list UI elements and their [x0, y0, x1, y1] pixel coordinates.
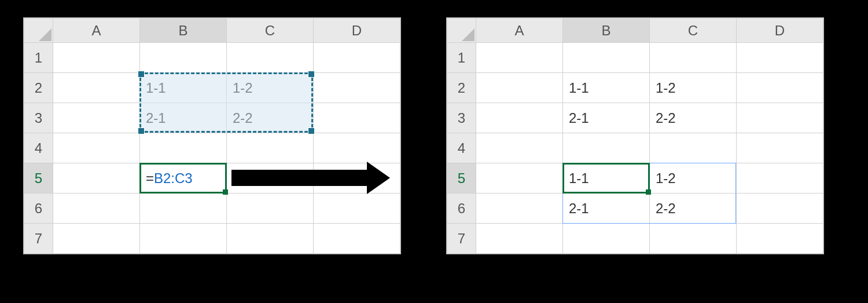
cell-C7[interactable] [227, 224, 314, 254]
cell-D3[interactable] [737, 103, 823, 133]
col-header-C[interactable]: C [227, 19, 314, 43]
arrow-icon [231, 170, 370, 186]
cell-A3[interactable] [53, 103, 140, 133]
grid-right[interactable]: A B C D 1 2 1-1 1-2 3 2 [447, 18, 823, 254]
col-header-C[interactable]: C [650, 19, 737, 43]
cell-B5[interactable] [140, 163, 227, 194]
cell-C4[interactable] [227, 133, 314, 163]
cell-C1[interactable] [650, 43, 737, 73]
cell-A6[interactable] [476, 194, 563, 224]
row-header-6[interactable]: 6 [24, 194, 53, 224]
cell-A5[interactable] [476, 163, 563, 194]
row-header-4[interactable]: 4 [447, 133, 476, 163]
cell-C3[interactable]: 2-2 [227, 103, 314, 133]
cell-B1[interactable] [563, 43, 650, 73]
row-header-2[interactable]: 2 [24, 73, 53, 103]
select-all-corner[interactable] [447, 19, 476, 43]
cell-B3[interactable]: 2-1 [563, 103, 650, 133]
cell-B2[interactable]: 1-1 [140, 73, 227, 103]
spreadsheet-right: A B C D 1 2 1-1 1-2 3 2 [446, 17, 824, 254]
row-header-2[interactable]: 2 [447, 73, 476, 103]
row-header-7[interactable]: 7 [447, 224, 476, 254]
cell-D7[interactable] [737, 224, 823, 254]
cell-A5[interactable] [53, 163, 140, 194]
cell-C4[interactable] [650, 133, 737, 163]
cell-B2[interactable]: 1-1 [563, 73, 650, 103]
row-header-7[interactable]: 7 [24, 224, 53, 254]
cell-C7[interactable] [650, 224, 737, 254]
grid-left[interactable]: A B C D 1 2 1-1 1-2 3 2 [24, 18, 400, 254]
cell-B6[interactable] [140, 194, 227, 224]
cell-B1[interactable] [140, 43, 227, 73]
col-header-D[interactable]: D [737, 19, 823, 43]
cell-D4[interactable] [314, 133, 400, 163]
cell-A2[interactable] [476, 73, 563, 103]
row-header-1[interactable]: 1 [447, 43, 476, 73]
cell-B7[interactable] [563, 224, 650, 254]
cell-C2[interactable]: 1-2 [227, 73, 314, 103]
cell-B6[interactable]: 2-1 [563, 194, 650, 224]
spreadsheet-left: A B C D 1 2 1-1 1-2 3 2 [23, 17, 401, 254]
col-header-A[interactable]: A [53, 19, 140, 43]
cell-A4[interactable] [476, 133, 563, 163]
col-header-A[interactable]: A [476, 19, 563, 43]
cell-C6[interactable]: 2-2 [650, 194, 737, 224]
cell-B3[interactable]: 2-1 [140, 103, 227, 133]
row-header-4[interactable]: 4 [24, 133, 53, 163]
row-header-3[interactable]: 3 [24, 103, 53, 133]
row-header-3[interactable]: 3 [447, 103, 476, 133]
cell-D1[interactable] [737, 43, 823, 73]
cell-A6[interactable] [53, 194, 140, 224]
select-all-corner[interactable] [24, 19, 53, 43]
cell-D6[interactable] [737, 194, 823, 224]
row-header-1[interactable]: 1 [24, 43, 53, 73]
row-header-6[interactable]: 6 [447, 194, 476, 224]
cell-A7[interactable] [53, 224, 140, 254]
cell-C3[interactable]: 2-2 [650, 103, 737, 133]
cell-B4[interactable] [563, 133, 650, 163]
cell-D2[interactable] [314, 73, 400, 103]
cell-A3[interactable] [476, 103, 563, 133]
col-header-B[interactable]: B [563, 19, 650, 43]
cell-C2[interactable]: 1-2 [650, 73, 737, 103]
cell-A7[interactable] [476, 224, 563, 254]
col-header-B[interactable]: B [140, 19, 227, 43]
cell-D5[interactable] [737, 163, 823, 194]
row-header-5[interactable]: 5 [24, 163, 53, 194]
cell-C6[interactable] [227, 194, 314, 224]
col-header-D[interactable]: D [314, 19, 400, 43]
cell-D1[interactable] [314, 43, 400, 73]
cell-D6[interactable] [314, 194, 400, 224]
cell-D3[interactable] [314, 103, 400, 133]
cell-C5[interactable]: 1-2 [650, 163, 737, 194]
cell-B4[interactable] [140, 133, 227, 163]
cell-B5[interactable]: 1-1 [563, 163, 650, 194]
row-header-5[interactable]: 5 [447, 163, 476, 194]
cell-A1[interactable] [53, 43, 140, 73]
cell-D4[interactable] [737, 133, 823, 163]
cell-A4[interactable] [53, 133, 140, 163]
cell-A1[interactable] [476, 43, 563, 73]
cell-D2[interactable] [737, 73, 823, 103]
cell-B7[interactable] [140, 224, 227, 254]
cell-A2[interactable] [53, 73, 140, 103]
cell-D7[interactable] [314, 224, 400, 254]
cell-C1[interactable] [227, 43, 314, 73]
